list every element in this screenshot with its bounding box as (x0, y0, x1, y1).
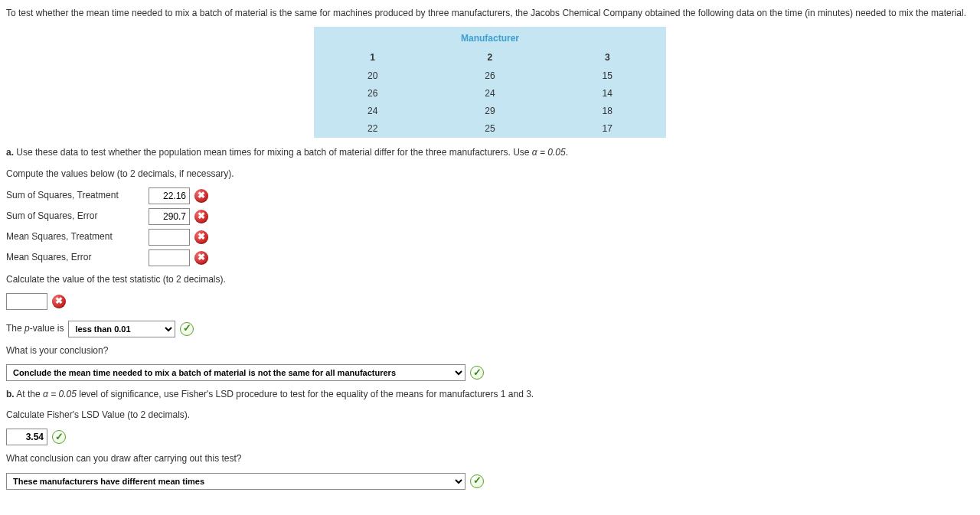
mst-label: Mean Squares, Treatment (6, 230, 144, 244)
mse-label: Mean Squares, Error (6, 250, 144, 265)
period: . (566, 147, 568, 158)
cell: 22 (314, 120, 431, 138)
wrong-icon: ✖ (194, 251, 208, 265)
wrong-icon: ✖ (194, 189, 208, 203)
cell: 14 (549, 85, 666, 103)
cell: 20 (314, 67, 431, 85)
cell: 25 (431, 120, 548, 138)
alpha-b: α = 0.05 (43, 389, 77, 399)
part-a-prompt: a. Use these data to test whether the po… (6, 145, 974, 160)
alpha-a: α = 0.05 (532, 147, 566, 158)
cell: 26 (431, 67, 548, 85)
correct-icon: ✓ (180, 322, 194, 336)
cell: 26 (314, 85, 431, 103)
part-b-prompt: b. At the α = 0.05 level of significance… (6, 387, 974, 402)
wrong-icon: ✖ (194, 230, 208, 244)
correct-icon: ✓ (470, 366, 484, 380)
pvalue-select[interactable]: less than 0.01 (68, 321, 175, 337)
part-a-text: Use these data to test whether the popul… (16, 147, 531, 158)
wrong-icon: ✖ (52, 295, 66, 308)
cell: 24 (431, 85, 548, 103)
cell: 15 (549, 67, 666, 85)
sst-label: Sum of Squares, Treatment (6, 188, 144, 203)
sst-input[interactable] (149, 187, 190, 204)
part-a-label: a. (6, 147, 14, 158)
cell: 29 (431, 103, 548, 120)
lsd-instruction: Calculate Fisher's LSD Value (to 2 decim… (6, 408, 974, 422)
sse-label: Sum of Squares, Error (6, 209, 144, 223)
correct-icon: ✓ (470, 474, 484, 488)
data-table-container: Manufacturer 1 2 3 20 26 15 26 24 14 24 … (314, 27, 666, 138)
conclusion-q-a: What is your conclusion? (6, 344, 974, 358)
pvalue-label: The p-value is (6, 321, 64, 336)
cell: 18 (549, 103, 666, 120)
col-1: 1 (314, 49, 431, 67)
table-header: Manufacturer (314, 27, 666, 49)
correct-icon: ✓ (52, 430, 66, 444)
cell: 24 (314, 103, 431, 120)
mst-input[interactable] (149, 229, 190, 246)
test-stat-instruction: Calculate the value of the test statisti… (6, 272, 974, 287)
compute-instruction: Compute the values below (to 2 decimals,… (6, 167, 974, 181)
test-stat-input[interactable] (6, 293, 47, 310)
part-b-text1: At the (16, 389, 43, 399)
wrong-icon: ✖ (194, 210, 208, 223)
cell: 17 (549, 120, 666, 138)
conclusion-b-select[interactable]: These manufacturers have different mean … (6, 473, 466, 490)
part-b-text2: level of significance, use Fisher's LSD … (77, 389, 534, 399)
part-b-label: b. (6, 389, 15, 399)
intro-text: To test whether the mean time needed to … (6, 6, 974, 21)
conclusion-q-b: What conclusion can you draw after carry… (6, 451, 974, 466)
mse-input[interactable] (149, 249, 190, 266)
col-2: 2 (431, 49, 548, 67)
sse-input[interactable] (149, 208, 190, 225)
col-3: 3 (549, 49, 666, 67)
lsd-input[interactable] (6, 429, 47, 445)
manufacturer-table: Manufacturer 1 2 3 20 26 15 26 24 14 24 … (314, 27, 666, 138)
conclusion-a-select[interactable]: Conclude the mean time needed to mix a b… (6, 364, 466, 381)
